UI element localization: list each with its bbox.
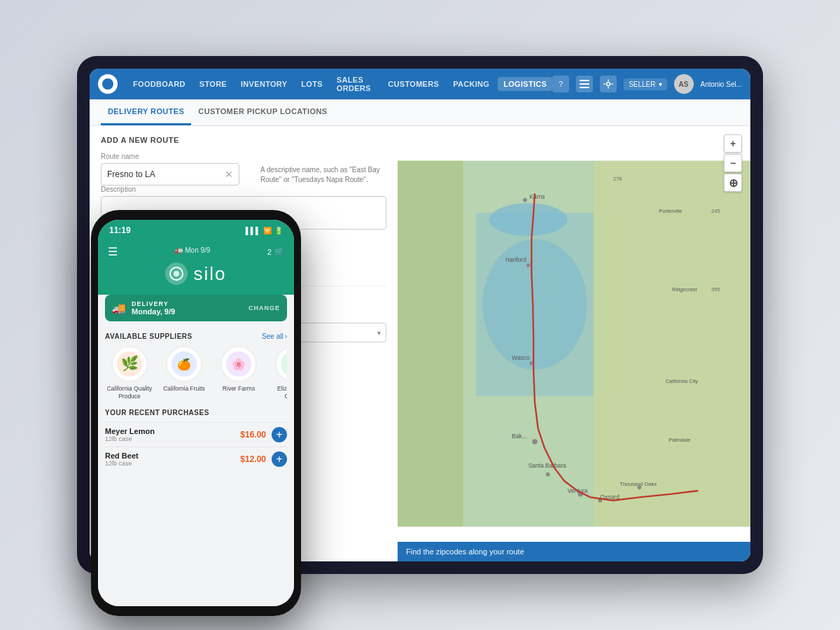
locate-button[interactable]: ⊕: [724, 174, 742, 192]
svg-rect-1: [580, 83, 589, 85]
phone-logo: silo: [108, 262, 284, 285]
seller-dropdown[interactable]: SELLER ▾: [624, 78, 666, 90]
svg-rect-8: [594, 161, 750, 527]
phone-date-text: Mon 9/9: [185, 246, 210, 254]
svg-point-10: [523, 198, 527, 202]
supplier-name-cf: California Fruits: [163, 385, 205, 393]
svg-point-14: [546, 472, 550, 477]
battery-icon: 🔋: [274, 227, 283, 234]
map-controls: + − ⊕: [724, 134, 742, 192]
map-svg: Karns Hanford Wasco Bak... Santa Barbara…: [398, 126, 750, 561]
purchases-title: YOUR RECENT PURCHASES: [105, 409, 287, 416]
purchase-info-1: Red Beet 12lb case: [105, 451, 139, 467]
purchase-item-0: Meyer Lemon 12lb case $16.00 +: [105, 422, 287, 447]
svg-text:🍎: 🍎: [286, 358, 287, 371]
nav-item-logistics[interactable]: LOGISTICS: [498, 77, 552, 91]
svg-text:395: 395: [711, 286, 720, 293]
delivery-banner-left: 🚚 DELIVERY Monday, 9/9: [112, 300, 175, 316]
phone-header: ☰ 🚛 Mon 9/9 2 🛒: [98, 241, 294, 295]
help-icon-btn[interactable]: ?: [552, 76, 569, 92]
see-all-text: See all: [262, 332, 284, 340]
svg-text:🌿: 🌿: [121, 355, 139, 372]
svg-text:Palmdale: Palmdale: [668, 437, 690, 443]
delivery-change-button[interactable]: CHANGE: [248, 304, 280, 312]
sub-tab-delivery-routes[interactable]: DELIVERY ROUTES: [101, 99, 191, 125]
settings-icon-btn[interactable]: [600, 76, 617, 92]
nav-item-packing[interactable]: PACKING: [447, 77, 495, 91]
phone-logo-text: silo: [193, 263, 226, 285]
purchase-price-1: $12.00: [240, 454, 266, 464]
layers-icon-btn[interactable]: [576, 76, 593, 92]
supplier-card-eliza[interactable]: 🍎 Eliza CA F... Com...: [269, 346, 287, 400]
phone-cart[interactable]: 2 🛒: [267, 247, 284, 256]
supplier-logo-cqp: 🌿: [111, 346, 148, 382]
route-name-input[interactable]: Fresno to LA ✕: [101, 163, 239, 186]
svg-text:🌸: 🌸: [232, 358, 246, 371]
svg-text:Bak...: Bak...: [512, 433, 526, 440]
svg-text:Karns: Karns: [530, 193, 545, 200]
route-name-row: Route name Fresno to LA ✕ A descriptive …: [101, 153, 386, 186]
clear-icon[interactable]: ✕: [225, 169, 233, 180]
nav-item-store[interactable]: STORE: [194, 77, 232, 91]
svg-point-13: [532, 439, 537, 444]
route-name-wrap: Route name Fresno to LA ✕: [101, 153, 239, 186]
signal-icon: ▌▌▌: [246, 227, 260, 234]
supplier-card-rf[interactable]: 🌸 River Farms: [214, 346, 263, 400]
delivery-date: Monday, 9/9: [132, 307, 175, 316]
svg-point-34: [174, 271, 179, 276]
purchases-section: YOUR RECENT PURCHASES Meyer Lemon 12lb c…: [98, 403, 294, 477]
description-label: Description: [101, 186, 386, 193]
route-name-helper: A descriptive name, such as "East Bay Ro…: [260, 153, 386, 185]
add-button-0[interactable]: +: [272, 427, 287, 442]
user-avatar: AS: [674, 74, 694, 94]
nav-items: FOODBOARD STORE INVENTORY LOTS SALES ORD…: [127, 73, 552, 95]
suppliers-section: AVAILABLE SUPPLIERS See all ›: [98, 327, 294, 403]
zoom-in-button[interactable]: +: [724, 134, 742, 153]
nav-item-inventory[interactable]: INVENTORY: [235, 77, 293, 91]
phone-logo-icon: [165, 262, 188, 285]
see-all-link[interactable]: See all ›: [262, 332, 287, 340]
nav-item-lots[interactable]: LOTS: [295, 77, 328, 91]
map-panel: Karns Hanford Wasco Bak... Santa Barbara…: [398, 126, 750, 561]
zoom-out-button[interactable]: −: [724, 154, 742, 172]
nav-right: ? SELL: [552, 74, 742, 94]
svg-text:Santa Barbara: Santa Barbara: [528, 462, 566, 469]
svg-rect-9: [398, 161, 463, 527]
purchase-size-1: 12lb case: [105, 460, 139, 467]
delivery-label: DELIVERY: [132, 300, 175, 307]
suppliers-header: AVAILABLE SUPPLIERS See all ›: [105, 332, 287, 340]
nav-logo-inner: [102, 78, 113, 90]
purchase-item-1: Red Beet 12lb case $12.00 +: [105, 447, 287, 471]
purchase-right-0: $16.00 +: [240, 427, 287, 442]
phone-date: 🚛 Mon 9/9: [174, 246, 210, 254]
supplier-name-rf: River Farms: [223, 385, 255, 393]
purchase-right-1: $12.00 +: [240, 451, 287, 467]
hamburger-icon[interactable]: ☰: [108, 245, 118, 258]
delivery-date-line1: Monday,: [132, 307, 162, 316]
supplier-card-cqp[interactable]: 🌿 California Quality Produce: [105, 346, 154, 400]
wifi-icon: 🛜: [263, 227, 272, 234]
nav-item-sales-orders[interactable]: SALES ORDERS: [331, 73, 380, 95]
phone-screen: 11:19 ▌▌▌ 🛜 🔋 ☰ 🚛 Mon 9/9 2: [98, 220, 294, 606]
delivery-truck-icon: 🚚: [112, 302, 126, 315]
seller-chevron-icon: ▾: [659, 80, 662, 88]
svg-text:Thousand Oaks: Thousand Oaks: [620, 481, 657, 487]
suppliers-title: AVAILABLE SUPPLIERS: [105, 332, 192, 340]
nav-item-customers[interactable]: CUSTOMERS: [382, 77, 444, 91]
svg-text:245: 245: [711, 208, 720, 214]
see-all-chevron-icon: ›: [285, 332, 287, 340]
add-route-title: ADD A NEW ROUTE: [101, 136, 386, 144]
sub-tab-pickup-locations[interactable]: CUSTOMER PICKUP LOCATIONS: [191, 99, 334, 125]
nav-item-foodboard[interactable]: FOODBOARD: [127, 77, 191, 91]
svg-text:California City: California City: [666, 378, 699, 384]
user-initials: AS: [679, 80, 689, 88]
delivery-date-line2: 9/9: [164, 307, 175, 316]
top-nav: FOODBOARD STORE INVENTORY LOTS SALES ORD…: [90, 69, 750, 99]
svg-text:Porterville: Porterville: [659, 208, 682, 214]
supplier-name-cqp: California Quality Produce: [105, 385, 154, 400]
purchase-price-0: $16.00: [240, 430, 266, 440]
phone-status-bar: 11:19 ▌▌▌ 🛜 🔋: [98, 220, 294, 241]
supplier-card-cf[interactable]: 🍊 California Fruits: [160, 346, 209, 400]
add-button-1[interactable]: +: [272, 451, 287, 467]
svg-text:Hanford: Hanford: [505, 256, 526, 263]
